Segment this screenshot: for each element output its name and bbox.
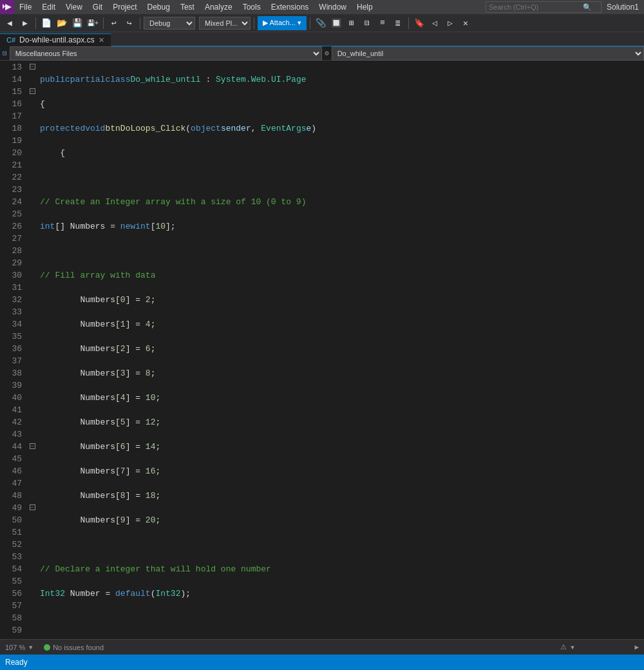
- toolbar-sep-6: [408, 17, 409, 29]
- tabbar: C# Do-while-until.aspx.cs ✕: [0, 32, 644, 46]
- tab-label: Do-while-until.aspx.cs: [19, 35, 95, 44]
- new-file-button[interactable]: 📄: [39, 16, 53, 30]
- search-icon: 🔍: [583, 3, 594, 12]
- code-line-27: Numbers[5] = 12;: [40, 416, 644, 428]
- solution-label: Solution1: [607, 3, 644, 12]
- code-line-26: Numbers[4] = 10;: [40, 392, 644, 404]
- search-box[interactable]: 🔍: [486, 1, 601, 13]
- code-area: 13 14 15 16 17 18 19 20 21 22 23 24 25 2…: [0, 61, 644, 639]
- code-line-29: Numbers[7] = 16;: [40, 465, 644, 477]
- menu-edit[interactable]: Edit: [37, 0, 61, 14]
- code-line-32: [40, 539, 644, 551]
- navbar: ⊡ Miscellaneous Files ⚙ Do_while_until: [0, 46, 644, 61]
- menu-tools[interactable]: Tools: [238, 0, 266, 14]
- issues-status[interactable]: No issues found: [44, 644, 104, 651]
- collapse-44[interactable]: −: [30, 443, 35, 449]
- bottom-statusbar: 107 % ▼ No issues found ⚠ ▼ ▶: [0, 639, 644, 655]
- code-line-14: {: [40, 98, 644, 110]
- code-line-24: Numbers[2] = 6;: [40, 343, 644, 355]
- toolbar-sep-4: [254, 17, 254, 29]
- toolbar-sep-1: [35, 17, 36, 29]
- nav-member-dropdown[interactable]: Do_while_until: [332, 46, 644, 61]
- menu-bar: File Edit View Git Project Debug Test An…: [14, 0, 378, 14]
- platform-dropdown[interactable]: Mixed Pl...: [199, 17, 251, 30]
- toolbar-btn-8[interactable]: ⊞: [345, 16, 359, 30]
- zoom-value: 107 %: [5, 644, 25, 651]
- menu-window[interactable]: Window: [314, 0, 352, 14]
- code-line-16: {: [40, 147, 644, 159]
- tab-close-button[interactable]: ✕: [99, 36, 104, 44]
- forward-button[interactable]: ▶: [18, 16, 32, 30]
- code-line-22: Numbers[0] = 2;: [40, 294, 644, 306]
- toolbar-sep-3: [140, 17, 140, 29]
- save-all-button[interactable]: 💾+: [86, 16, 100, 30]
- dropdown-arrow[interactable]: ▼: [569, 644, 575, 651]
- nav-cs-icon: ⊡: [0, 49, 10, 57]
- back-button[interactable]: ◀: [3, 16, 17, 30]
- code-line-13: public partial class Do_while_until : Sy…: [40, 73, 644, 86]
- toolbar-btn-14[interactable]: ▷: [443, 16, 457, 30]
- ready-bar: Ready: [0, 655, 644, 670]
- code-line-36: // Declare a variable that are used to c…: [40, 636, 644, 639]
- toolbar-btn-6[interactable]: 📎: [314, 16, 328, 30]
- redo-button[interactable]: ↪: [122, 16, 137, 30]
- bookmark-button[interactable]: 🔖: [412, 16, 426, 30]
- warning-icon: ⚠: [560, 643, 567, 651]
- toolbar-sep-5: [310, 17, 310, 29]
- warning-icon-area[interactable]: ⚠ ▼: [560, 643, 575, 651]
- menu-git[interactable]: Git: [88, 0, 108, 14]
- titlebar: File Edit View Git Project Debug Test An…: [0, 0, 644, 14]
- menu-project[interactable]: Project: [108, 0, 142, 14]
- code-line-19: int[] Numbers = new int[10];: [40, 220, 644, 233]
- code-line-21: // Fill array with data: [40, 269, 644, 282]
- nav-context-dropdown[interactable]: Miscellaneous Files: [10, 46, 322, 61]
- menu-file[interactable]: File: [14, 0, 37, 14]
- config-dropdown[interactable]: Debug: [144, 17, 195, 30]
- toolbar-btn-11[interactable]: ≣: [391, 16, 405, 30]
- toolbar-btn-15[interactable]: ✕: [459, 16, 473, 30]
- menu-analyze[interactable]: Analyze: [200, 0, 238, 14]
- tab-icon: C#: [6, 36, 15, 44]
- code-line-20: [40, 245, 644, 257]
- code-line-17: [40, 171, 644, 184]
- menu-help[interactable]: Help: [352, 0, 378, 14]
- menu-test[interactable]: Test: [175, 0, 200, 14]
- code-line-18: // Create an Integer array with a size o…: [40, 196, 644, 208]
- toolbar-btn-10[interactable]: ≡: [375, 16, 390, 30]
- collapse-15[interactable]: −: [30, 88, 35, 94]
- no-issues-icon: [44, 644, 50, 651]
- code-line-34: Int32 Number = default(Int32);: [40, 588, 644, 600]
- nav-member-icon: ⚙: [322, 49, 332, 57]
- attach-button[interactable]: ▶ Attach... ▾: [258, 16, 307, 30]
- ready-label: Ready: [5, 658, 28, 667]
- code-line-33: // Declare a integer that will hold one …: [40, 563, 644, 575]
- collapse-13[interactable]: −: [30, 64, 35, 70]
- toolbar-btn-9[interactable]: ⊟: [360, 16, 374, 30]
- save-button[interactable]: 💾: [70, 16, 84, 30]
- toolbar-sep-2: [103, 17, 104, 29]
- menu-view[interactable]: View: [61, 0, 88, 14]
- code-content[interactable]: public partial class Do_while_until : Sy…: [37, 61, 644, 639]
- horizontal-scroll-right[interactable]: ▶: [634, 643, 639, 651]
- issues-text: No issues found: [53, 644, 104, 651]
- collapse-49[interactable]: −: [30, 504, 35, 510]
- menu-extensions[interactable]: Extensions: [266, 0, 314, 14]
- toolbar-btn-13[interactable]: ◁: [428, 16, 442, 30]
- code-line-28: Numbers[6] = 14;: [40, 441, 644, 453]
- search-input[interactable]: [486, 3, 583, 11]
- open-file-button[interactable]: 📂: [55, 16, 69, 30]
- tab-dowhile[interactable]: C# Do-while-until.aspx.cs ✕: [0, 34, 111, 46]
- toolbar: ◀ ▶ 📄 📂 💾 💾+ ↩ ↪ Debug Mixed Pl... ▶ Att…: [0, 14, 644, 32]
- menu-debug[interactable]: Debug: [142, 0, 175, 14]
- code-line-25: Numbers[3] = 8;: [40, 367, 644, 379]
- vs-logo: [0, 0, 14, 14]
- gutter: − − − −: [27, 61, 37, 639]
- code-line-35: [40, 612, 644, 624]
- undo-button[interactable]: ↩: [107, 16, 121, 30]
- code-line-23: Numbers[1] = 4;: [40, 318, 644, 330]
- toolbar-btn-7[interactable]: 🔲: [329, 16, 343, 30]
- line-numbers: 13 14 15 16 17 18 19 20 21 22 23 24 25 2…: [0, 61, 27, 639]
- zoom-dropdown-icon[interactable]: ▼: [28, 644, 33, 651]
- zoom-level[interactable]: 107 % ▼: [5, 644, 33, 651]
- code-line-31: Numbers[9] = 20;: [40, 514, 644, 526]
